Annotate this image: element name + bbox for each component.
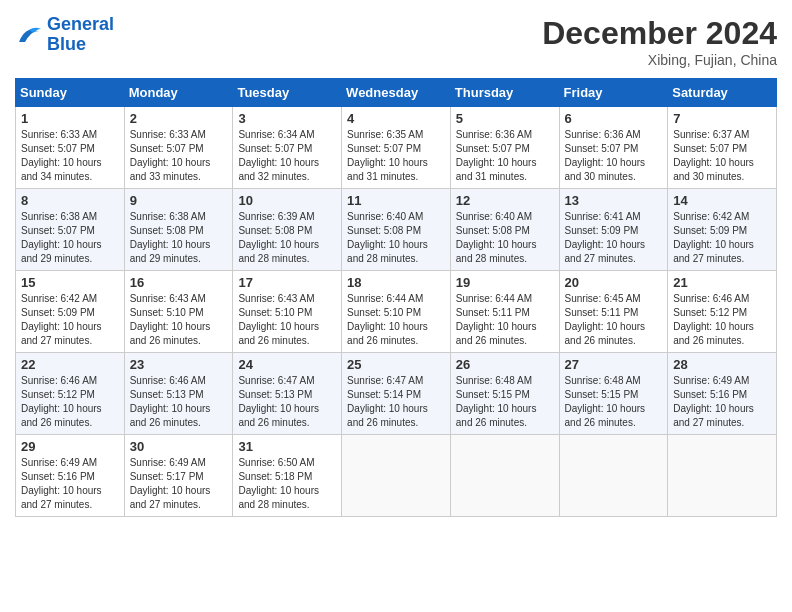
logo-text: General Blue xyxy=(47,15,114,55)
day-info: Sunrise: 6:49 AM Sunset: 5:16 PM Dayligh… xyxy=(21,456,119,512)
day-number: 31 xyxy=(238,439,336,454)
day-number: 21 xyxy=(673,275,771,290)
day-info: Sunrise: 6:35 AM Sunset: 5:07 PM Dayligh… xyxy=(347,128,445,184)
day-info: Sunrise: 6:49 AM Sunset: 5:17 PM Dayligh… xyxy=(130,456,228,512)
logo: General Blue xyxy=(15,15,114,55)
day-info: Sunrise: 6:46 AM Sunset: 5:12 PM Dayligh… xyxy=(673,292,771,348)
day-info: Sunrise: 6:48 AM Sunset: 5:15 PM Dayligh… xyxy=(565,374,663,430)
calendar-cell: 9 Sunrise: 6:38 AM Sunset: 5:08 PM Dayli… xyxy=(124,189,233,271)
weekday-header-thursday: Thursday xyxy=(450,79,559,107)
day-number: 27 xyxy=(565,357,663,372)
week-row-5: 29 Sunrise: 6:49 AM Sunset: 5:16 PM Dayl… xyxy=(16,435,777,517)
calendar-cell: 7 Sunrise: 6:37 AM Sunset: 5:07 PM Dayli… xyxy=(668,107,777,189)
calendar-cell: 16 Sunrise: 6:43 AM Sunset: 5:10 PM Dayl… xyxy=(124,271,233,353)
day-info: Sunrise: 6:46 AM Sunset: 5:13 PM Dayligh… xyxy=(130,374,228,430)
week-row-2: 8 Sunrise: 6:38 AM Sunset: 5:07 PM Dayli… xyxy=(16,189,777,271)
calendar-cell: 1 Sunrise: 6:33 AM Sunset: 5:07 PM Dayli… xyxy=(16,107,125,189)
calendar-table: SundayMondayTuesdayWednesdayThursdayFrid… xyxy=(15,78,777,517)
day-number: 23 xyxy=(130,357,228,372)
weekday-header-sunday: Sunday xyxy=(16,79,125,107)
calendar-cell: 2 Sunrise: 6:33 AM Sunset: 5:07 PM Dayli… xyxy=(124,107,233,189)
day-info: Sunrise: 6:46 AM Sunset: 5:12 PM Dayligh… xyxy=(21,374,119,430)
day-number: 12 xyxy=(456,193,554,208)
calendar-cell: 30 Sunrise: 6:49 AM Sunset: 5:17 PM Dayl… xyxy=(124,435,233,517)
day-number: 26 xyxy=(456,357,554,372)
calendar-cell: 24 Sunrise: 6:47 AM Sunset: 5:13 PM Dayl… xyxy=(233,353,342,435)
day-info: Sunrise: 6:40 AM Sunset: 5:08 PM Dayligh… xyxy=(456,210,554,266)
day-number: 29 xyxy=(21,439,119,454)
day-info: Sunrise: 6:47 AM Sunset: 5:13 PM Dayligh… xyxy=(238,374,336,430)
weekday-header-friday: Friday xyxy=(559,79,668,107)
calendar-cell: 5 Sunrise: 6:36 AM Sunset: 5:07 PM Dayli… xyxy=(450,107,559,189)
calendar-cell: 21 Sunrise: 6:46 AM Sunset: 5:12 PM Dayl… xyxy=(668,271,777,353)
day-number: 11 xyxy=(347,193,445,208)
calendar-cell: 29 Sunrise: 6:49 AM Sunset: 5:16 PM Dayl… xyxy=(16,435,125,517)
calendar-cell: 18 Sunrise: 6:44 AM Sunset: 5:10 PM Dayl… xyxy=(342,271,451,353)
day-number: 4 xyxy=(347,111,445,126)
day-info: Sunrise: 6:49 AM Sunset: 5:16 PM Dayligh… xyxy=(673,374,771,430)
weekday-header-wednesday: Wednesday xyxy=(342,79,451,107)
calendar-cell xyxy=(450,435,559,517)
week-row-3: 15 Sunrise: 6:42 AM Sunset: 5:09 PM Dayl… xyxy=(16,271,777,353)
day-number: 28 xyxy=(673,357,771,372)
calendar-cell: 25 Sunrise: 6:47 AM Sunset: 5:14 PM Dayl… xyxy=(342,353,451,435)
day-number: 10 xyxy=(238,193,336,208)
day-number: 17 xyxy=(238,275,336,290)
page-header: General Blue December 2024 Xibing, Fujia… xyxy=(15,15,777,68)
day-number: 14 xyxy=(673,193,771,208)
calendar-cell xyxy=(668,435,777,517)
calendar-cell: 3 Sunrise: 6:34 AM Sunset: 5:07 PM Dayli… xyxy=(233,107,342,189)
calendar-cell: 20 Sunrise: 6:45 AM Sunset: 5:11 PM Dayl… xyxy=(559,271,668,353)
day-info: Sunrise: 6:42 AM Sunset: 5:09 PM Dayligh… xyxy=(21,292,119,348)
weekday-header-row: SundayMondayTuesdayWednesdayThursdayFrid… xyxy=(16,79,777,107)
calendar-cell: 12 Sunrise: 6:40 AM Sunset: 5:08 PM Dayl… xyxy=(450,189,559,271)
day-info: Sunrise: 6:37 AM Sunset: 5:07 PM Dayligh… xyxy=(673,128,771,184)
calendar-cell: 31 Sunrise: 6:50 AM Sunset: 5:18 PM Dayl… xyxy=(233,435,342,517)
day-info: Sunrise: 6:45 AM Sunset: 5:11 PM Dayligh… xyxy=(565,292,663,348)
day-info: Sunrise: 6:48 AM Sunset: 5:15 PM Dayligh… xyxy=(456,374,554,430)
calendar-cell: 6 Sunrise: 6:36 AM Sunset: 5:07 PM Dayli… xyxy=(559,107,668,189)
weekday-header-saturday: Saturday xyxy=(668,79,777,107)
calendar-cell: 19 Sunrise: 6:44 AM Sunset: 5:11 PM Dayl… xyxy=(450,271,559,353)
calendar-cell: 13 Sunrise: 6:41 AM Sunset: 5:09 PM Dayl… xyxy=(559,189,668,271)
day-info: Sunrise: 6:43 AM Sunset: 5:10 PM Dayligh… xyxy=(130,292,228,348)
day-number: 5 xyxy=(456,111,554,126)
logo-blue: Blue xyxy=(47,34,86,54)
logo-bird-icon xyxy=(15,24,43,46)
calendar-cell: 4 Sunrise: 6:35 AM Sunset: 5:07 PM Dayli… xyxy=(342,107,451,189)
day-info: Sunrise: 6:38 AM Sunset: 5:08 PM Dayligh… xyxy=(130,210,228,266)
day-number: 18 xyxy=(347,275,445,290)
location: Xibing, Fujian, China xyxy=(542,52,777,68)
day-info: Sunrise: 6:44 AM Sunset: 5:11 PM Dayligh… xyxy=(456,292,554,348)
calendar-cell: 26 Sunrise: 6:48 AM Sunset: 5:15 PM Dayl… xyxy=(450,353,559,435)
day-number: 22 xyxy=(21,357,119,372)
day-number: 9 xyxy=(130,193,228,208)
logo-general: General xyxy=(47,14,114,34)
day-info: Sunrise: 6:38 AM Sunset: 5:07 PM Dayligh… xyxy=(21,210,119,266)
calendar-cell xyxy=(342,435,451,517)
calendar-cell: 27 Sunrise: 6:48 AM Sunset: 5:15 PM Dayl… xyxy=(559,353,668,435)
calendar-cell: 14 Sunrise: 6:42 AM Sunset: 5:09 PM Dayl… xyxy=(668,189,777,271)
day-info: Sunrise: 6:33 AM Sunset: 5:07 PM Dayligh… xyxy=(130,128,228,184)
calendar-cell: 10 Sunrise: 6:39 AM Sunset: 5:08 PM Dayl… xyxy=(233,189,342,271)
calendar-cell: 11 Sunrise: 6:40 AM Sunset: 5:08 PM Dayl… xyxy=(342,189,451,271)
month-title: December 2024 xyxy=(542,15,777,52)
day-number: 20 xyxy=(565,275,663,290)
day-number: 2 xyxy=(130,111,228,126)
calendar-cell: 23 Sunrise: 6:46 AM Sunset: 5:13 PM Dayl… xyxy=(124,353,233,435)
day-info: Sunrise: 6:40 AM Sunset: 5:08 PM Dayligh… xyxy=(347,210,445,266)
day-number: 13 xyxy=(565,193,663,208)
day-info: Sunrise: 6:36 AM Sunset: 5:07 PM Dayligh… xyxy=(456,128,554,184)
day-number: 30 xyxy=(130,439,228,454)
day-info: Sunrise: 6:33 AM Sunset: 5:07 PM Dayligh… xyxy=(21,128,119,184)
day-info: Sunrise: 6:42 AM Sunset: 5:09 PM Dayligh… xyxy=(673,210,771,266)
day-number: 6 xyxy=(565,111,663,126)
day-info: Sunrise: 6:36 AM Sunset: 5:07 PM Dayligh… xyxy=(565,128,663,184)
day-number: 7 xyxy=(673,111,771,126)
calendar-cell: 22 Sunrise: 6:46 AM Sunset: 5:12 PM Dayl… xyxy=(16,353,125,435)
day-number: 8 xyxy=(21,193,119,208)
calendar-cell: 17 Sunrise: 6:43 AM Sunset: 5:10 PM Dayl… xyxy=(233,271,342,353)
calendar-cell: 8 Sunrise: 6:38 AM Sunset: 5:07 PM Dayli… xyxy=(16,189,125,271)
day-number: 24 xyxy=(238,357,336,372)
day-number: 25 xyxy=(347,357,445,372)
